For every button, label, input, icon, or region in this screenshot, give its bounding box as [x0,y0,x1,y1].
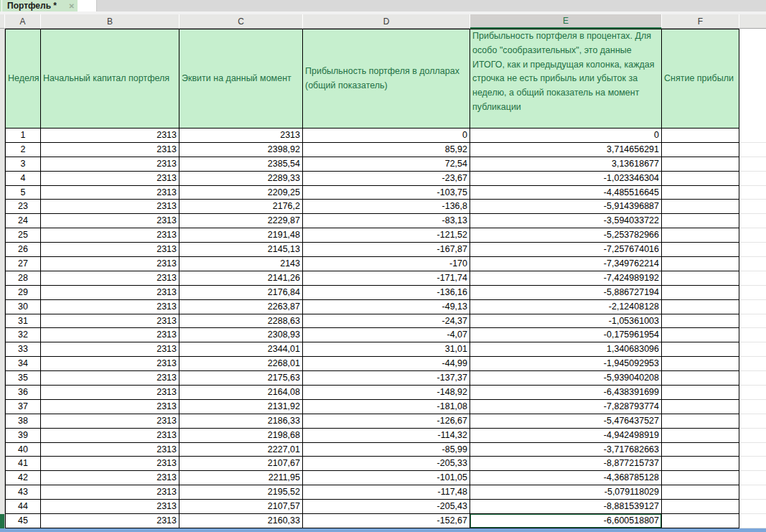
table-cell[interactable]: 2131,92 [179,400,303,414]
table-cell[interactable]: 2313 [41,371,179,386]
table-cell[interactable]: 2313 [41,271,179,286]
table-cell[interactable] [662,157,739,172]
table-cell[interactable] [662,271,739,286]
column-header-d[interactable]: D [303,14,470,29]
table-cell[interactable]: 2268,01 [179,357,303,371]
table-cell[interactable]: -136,16 [303,286,470,300]
table-cell[interactable]: 2313 [41,200,179,214]
table-cell[interactable]: -5,079118029 [470,485,662,500]
row-header-stub[interactable] [0,485,5,500]
table-cell[interactable] [662,342,739,357]
table-cell[interactable]: -8,881539127 [470,500,662,514]
table-cell[interactable]: -4,368785128 [470,471,662,485]
table-cell[interactable]: 2313 [41,257,179,271]
table-cell[interactable]: 35 [5,371,41,386]
table-cell[interactable]: 2313 [41,414,179,429]
table-cell[interactable]: 2313 [41,214,179,228]
row-header-stub[interactable] [0,143,5,157]
table-cell[interactable]: 3 [5,157,41,172]
table-cell[interactable]: -3,594033722 [470,214,662,228]
table-cell[interactable]: -205,43 [303,500,470,514]
table-cell[interactable] [662,485,739,500]
table-cell[interactable]: 31,01 [303,342,470,357]
table-cell[interactable] [662,129,739,143]
table-cell[interactable]: 2176,84 [179,286,303,300]
table-cell[interactable]: -3,717682663 [470,443,662,457]
table-cell[interactable]: 0 [470,129,662,143]
table-cell[interactable]: 34 [5,357,41,371]
table-cell[interactable] [662,328,739,342]
table-cell[interactable] [662,471,739,485]
table-cell[interactable]: 40 [5,443,41,457]
table-cell[interactable]: 23 [5,200,41,214]
table-cell[interactable] [662,314,739,329]
row-header-stub[interactable] [0,457,5,471]
table-cell[interactable]: 25 [5,228,41,243]
table-cell[interactable]: -1,945092953 [470,357,662,371]
table-cell[interactable]: 2107,57 [179,500,303,514]
column-header-a[interactable]: A [5,14,41,29]
table-cell[interactable]: -103,75 [303,186,470,200]
table-cell[interactable]: 1,340683096 [470,342,662,357]
table-cell[interactable]: 2344,01 [179,342,303,357]
row-header-stub[interactable] [0,214,5,228]
row-header-stub[interactable] [0,386,5,400]
row-header-stub[interactable] [0,500,5,514]
table-cell[interactable]: 2186,33 [179,414,303,429]
table-cell[interactable]: -6,438391699 [470,386,662,400]
table-cell[interactable] [662,414,739,429]
table-cell[interactable]: -2,12408128 [470,300,662,314]
table-cell[interactable]: -1,023346304 [470,172,662,186]
table-cell[interactable]: 2313 [41,400,179,414]
table-cell[interactable] [662,257,739,271]
table-cell[interactable]: 41 [5,457,41,471]
table-cell[interactable] [662,514,739,528]
table-cell[interactable]: 2198,68 [179,429,303,443]
table-cell[interactable]: 2175,63 [179,371,303,386]
table-cell[interactable]: 24 [5,214,41,228]
table-cell[interactable]: 2143 [179,257,303,271]
table-cell[interactable]: 2229,87 [179,214,303,228]
table-cell[interactable]: 2313 [41,471,179,485]
table-cell[interactable]: 3,714656291 [470,143,662,157]
table-cell[interactable] [662,186,739,200]
table-cell[interactable]: 2313 [41,300,179,314]
table-cell[interactable]: 37 [5,400,41,414]
table-cell[interactable]: -152,67 [303,514,470,528]
table-cell[interactable] [662,214,739,228]
selected-cell[interactable]: -6,600518807 [470,514,662,528]
row-header-stub[interactable] [0,200,5,214]
table-cell[interactable]: -121,52 [303,228,470,243]
table-cell[interactable]: 2398,92 [179,143,303,157]
table-cell[interactable]: -7,828793774 [470,400,662,414]
table-cell[interactable] [662,371,739,386]
row-header-stub[interactable] [0,257,5,271]
table-cell[interactable]: -137,37 [303,371,470,386]
table-cell[interactable]: 2195,52 [179,485,303,500]
tab-close-icon[interactable]: ✕ [66,2,75,10]
row-header-stub[interactable] [0,357,5,371]
table-cell[interactable]: -117,48 [303,485,470,500]
row-header-stub[interactable] [0,29,5,129]
table-cell[interactable]: -44,99 [303,357,470,371]
select-all-stub[interactable] [0,14,5,29]
table-cell[interactable]: 2160,33 [179,514,303,528]
table-cell[interactable]: 2107,67 [179,457,303,471]
table-cell[interactable]: -167,87 [303,243,470,257]
table-cell[interactable]: 2313 [41,357,179,371]
table-cell[interactable]: 2313 [41,314,179,329]
header-profit-dollars[interactable]: Прибыльность портфеля в долларах (общий … [303,29,470,129]
table-cell[interactable]: -171,74 [303,271,470,286]
header-withdrawal[interactable]: Снятие прибыли [662,29,739,129]
table-cell[interactable]: 31 [5,314,41,329]
table-cell[interactable]: -114,32 [303,429,470,443]
table-cell[interactable]: -5,253782966 [470,228,662,243]
table-cell[interactable]: 2176,2 [179,200,303,214]
table-cell[interactable]: 43 [5,485,41,500]
row-header-stub[interactable] [0,342,5,357]
horizontal-scrollbar[interactable] [0,528,766,532]
table-cell[interactable]: 2313 [41,172,179,186]
table-cell[interactable] [662,243,739,257]
row-header-stub[interactable] [0,286,5,300]
table-cell[interactable]: -181,08 [303,400,470,414]
